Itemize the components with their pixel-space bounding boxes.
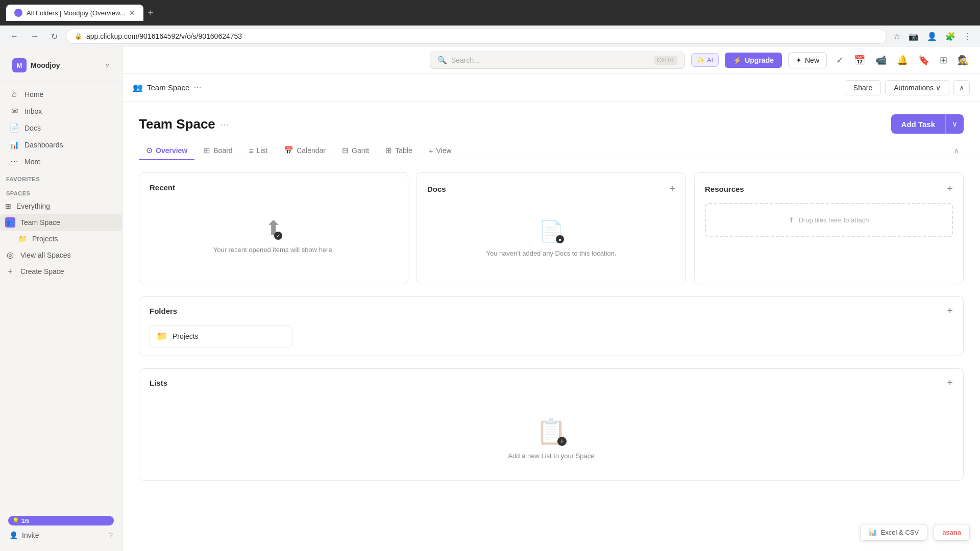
- upgrade-button[interactable]: ⚡ Upgrade: [725, 53, 782, 68]
- new-button[interactable]: ✦ New: [788, 52, 827, 68]
- browser-tab[interactable]: All Folders | Moodjoy (Overview... ✕: [6, 5, 143, 21]
- workspace-chevron-icon: ∨: [105, 62, 110, 69]
- check-icon[interactable]: ✓: [833, 53, 847, 68]
- team-space-label: Team Space: [20, 218, 60, 227]
- collapse-tabs-button[interactable]: ∧: [953, 146, 960, 156]
- team-space-icon: 👥: [5, 217, 15, 228]
- add-task-button[interactable]: Add Task: [891, 114, 945, 134]
- bell-icon[interactable]: 🔔: [894, 53, 911, 68]
- tab-table[interactable]: ⊞ Table: [378, 142, 419, 160]
- ai-sparkle-icon: ✨: [697, 56, 705, 64]
- sidebar-item-view-all-spaces[interactable]: ◎ View all Spaces: [0, 246, 122, 263]
- sidebar-bottom: 💡 1/5 👤 Invite ?: [0, 510, 122, 547]
- sidebar-item-projects[interactable]: 📁 Projects: [0, 231, 122, 246]
- space-add-button[interactable]: +: [109, 217, 117, 228]
- sidebar-item-home[interactable]: ⌂ Home: [4, 86, 118, 103]
- add-task-dropdown-button[interactable]: ∨: [945, 114, 964, 134]
- folders-header: Folders +: [139, 297, 963, 325]
- automations-button[interactable]: Automations ∨: [885, 80, 949, 95]
- back-button[interactable]: ←: [6, 30, 22, 43]
- menu-icon[interactable]: ⋮: [962, 30, 974, 43]
- global-topbar: 🔍 Search... Ctrl+K ✨ AI ⚡ Upgrade ✦ New …: [122, 47, 980, 73]
- automations-label: Automations: [894, 84, 934, 92]
- docs-empty-text: You haven't added any Docs to this locat…: [486, 249, 617, 257]
- spaces-label: Spaces: [0, 186, 122, 198]
- bookmark-icon[interactable]: ☆: [891, 30, 902, 43]
- asana-label: asana: [942, 529, 961, 536]
- breadcrumb-menu-button[interactable]: ···: [193, 82, 201, 93]
- tab-list[interactable]: ≡ List: [242, 142, 275, 160]
- folders-add-button[interactable]: +: [947, 305, 953, 317]
- help-icon[interactable]: ?: [109, 531, 113, 539]
- search-shortcut: Ctrl+K: [654, 56, 677, 65]
- sidebar-item-more[interactable]: ⋯ More: [4, 153, 118, 170]
- top-sections: Recent ⬆ ✓ Your recent opened items will…: [139, 172, 964, 284]
- overview-icon: ⊙: [146, 146, 153, 155]
- projects-label: Projects: [32, 235, 58, 243]
- ai-label: AI: [707, 56, 713, 64]
- space-more-button[interactable]: ···: [96, 217, 107, 228]
- reload-button[interactable]: ↻: [47, 30, 62, 43]
- asana-promo[interactable]: asana: [934, 524, 970, 541]
- ai-button[interactable]: ✨ AI: [691, 53, 719, 67]
- resources-add-button[interactable]: +: [947, 183, 953, 195]
- topbar-breadcrumb: 👥 Team Space ···: [133, 82, 201, 93]
- docs-icon: 📄: [9, 123, 19, 133]
- page-title: Team Space: [139, 116, 215, 132]
- plus-view-icon: +: [429, 146, 433, 155]
- progress-icon: 💡: [12, 517, 19, 524]
- profile-icon[interactable]: 👤: [925, 30, 939, 43]
- forward-button[interactable]: →: [27, 30, 43, 43]
- invite-button[interactable]: 👤 Invite ?: [4, 528, 118, 543]
- sidebar-item-everything[interactable]: ⊞ Everything: [0, 198, 122, 214]
- gantt-icon: ⊟: [342, 146, 349, 155]
- new-tab-button[interactable]: +: [148, 7, 154, 19]
- lists-section: Lists + 📋 + Add a new List to your Space: [139, 368, 964, 481]
- tab-overview[interactable]: ⊙ Overview: [139, 142, 194, 160]
- excel-csv-promo[interactable]: 📊 Excel & CSV: [860, 524, 927, 541]
- page-title-menu-button[interactable]: ···: [220, 118, 229, 130]
- bookmark-icon-topbar[interactable]: 🔖: [915, 53, 933, 68]
- breadcrumb-icon: 👥: [133, 83, 143, 92]
- recent-empty-text: Your recent opened items will show here.: [213, 246, 334, 254]
- address-bar[interactable]: 🔒 app.clickup.com/9016164592/v/o/s/90160…: [66, 29, 887, 44]
- collapse-button[interactable]: ∧: [953, 80, 970, 95]
- app: M Moodjoy ∨ ⌂ Home ✉ Inbox 📄 Docs 📊 Dash…: [0, 47, 980, 551]
- calendar-icon[interactable]: 📅: [851, 53, 868, 68]
- tab-view-plus[interactable]: + View: [422, 142, 459, 160]
- resources-header: Resources +: [705, 183, 953, 195]
- folder-item-label: Projects: [173, 332, 199, 340]
- folder-item-projects[interactable]: 📁 Projects: [150, 325, 292, 347]
- camera-icon[interactable]: 📷: [906, 30, 921, 43]
- progress-badge[interactable]: 💡 1/5: [8, 516, 114, 525]
- sidebar-item-dashboards[interactable]: 📊 Dashboards: [4, 136, 118, 153]
- topbar: 👥 Team Space ··· Share Automations ∨ ∧: [122, 73, 980, 102]
- sidebar-item-team-space[interactable]: 👥 Team Space ··· +: [0, 214, 122, 231]
- lists-add-button[interactable]: +: [947, 377, 953, 389]
- excel-csv-label: Excel & CSV: [881, 529, 919, 536]
- extension-icon[interactable]: 🧩: [943, 30, 958, 43]
- share-button[interactable]: Share: [845, 80, 881, 95]
- tab-close-btn[interactable]: ✕: [129, 9, 135, 17]
- sidebar-item-create-space[interactable]: + Create Space: [0, 263, 122, 280]
- tab-calendar[interactable]: 📅 Calendar: [277, 142, 333, 160]
- tabs: ⊙ Overview ⊞ Board ≡ List 📅 Calendar ⊟: [122, 134, 980, 160]
- tab-board[interactable]: ⊞ Board: [197, 142, 239, 160]
- sidebar-item-inbox[interactable]: ✉ Inbox: [4, 103, 118, 119]
- drop-zone[interactable]: ⬆ Drop files here to attach: [705, 203, 953, 237]
- invite-label: Invite: [22, 531, 39, 539]
- tab-gantt[interactable]: ⊟ Gantt: [335, 142, 376, 160]
- board-icon: ⊞: [204, 146, 210, 155]
- tab-board-label: Board: [213, 146, 232, 155]
- sidebar-item-docs[interactable]: 📄 Docs: [4, 119, 118, 136]
- workspace-header[interactable]: M Moodjoy ∨: [6, 54, 116, 77]
- docs-add-button[interactable]: +: [669, 183, 675, 195]
- incognito-icon[interactable]: 🕵: [954, 53, 972, 68]
- docs-title: Docs: [427, 185, 446, 193]
- topbar-icons: ✓ 📅 📹 🔔 🔖 ⊞ 🕵: [833, 53, 972, 68]
- recent-section: Recent ⬆ ✓ Your recent opened items will…: [139, 172, 408, 284]
- video-icon[interactable]: 📹: [872, 53, 890, 68]
- tab-view-plus-label: View: [436, 146, 452, 155]
- search-bar[interactable]: 🔍 Search... Ctrl+K: [430, 52, 685, 69]
- grid-icon[interactable]: ⊞: [937, 53, 950, 68]
